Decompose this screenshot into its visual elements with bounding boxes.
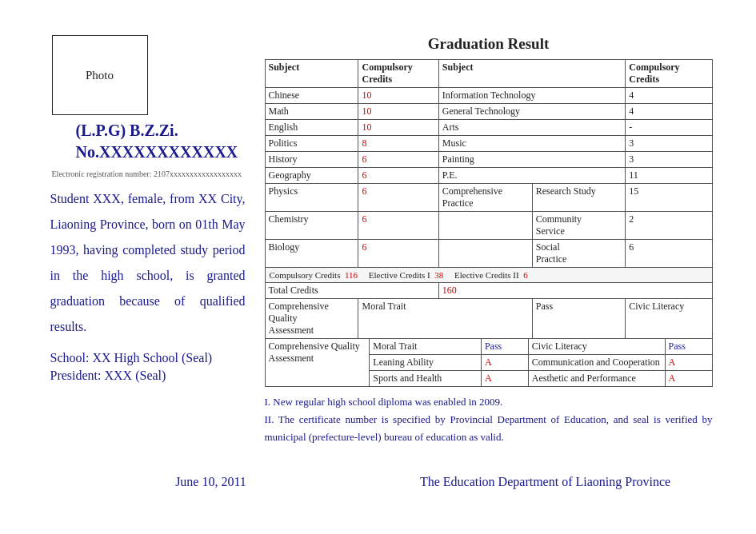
table-row: Chinese 10 Information Technology 4 bbox=[265, 88, 712, 104]
th-subject1: Subject bbox=[265, 60, 358, 88]
cell-subject: Chinese bbox=[265, 88, 358, 104]
number-label: No.XXXXXXXXXXXX bbox=[76, 143, 238, 161]
th-subject2: Subject bbox=[438, 60, 625, 88]
note-1: I. New regular high school diploma was e… bbox=[265, 393, 713, 411]
page: Photo (L.P.G) B.Z.Zi. No.XXXXXXXXXXXX El… bbox=[18, 16, 738, 508]
table-row: Chemistry 6 CommunityService 2 bbox=[265, 212, 712, 240]
right-panel: Graduation Result Subject CompulsoryCred… bbox=[265, 35, 713, 446]
photo-label: Photo bbox=[86, 69, 114, 82]
quality-table: Comprehensive Quality Assessment Moral T… bbox=[265, 338, 713, 387]
table-row: Physics 6 ComprehensivePractice Research… bbox=[265, 184, 712, 212]
lpg-label: (L.P.G) B.Z.Zi. bbox=[76, 122, 178, 140]
notes-section: I. New regular high school diploma was e… bbox=[265, 393, 713, 446]
left-panel: Photo (L.P.G) B.Z.Zi. No.XXXXXXXXXXXX El… bbox=[44, 35, 252, 446]
result-table: Subject CompulsoryCredits Subject Compul… bbox=[265, 59, 713, 339]
bottom-right: The Education Department of Liaoning Pro… bbox=[378, 470, 713, 489]
total-credits-row: Total Credits 160 bbox=[265, 283, 712, 299]
bottom-left: June 10, 2011 bbox=[44, 470, 378, 489]
dept-line: The Education Department of Liaoning Pro… bbox=[378, 475, 713, 489]
school-line: School: XX High School (Seal) bbox=[50, 351, 246, 365]
quality-header-row: Comprehensive Quality Assessment Moral T… bbox=[265, 339, 712, 355]
bottom-section: June 10, 2011 The Education Department o… bbox=[44, 470, 713, 489]
table-row: English 10 Arts - bbox=[265, 120, 712, 136]
table-row: Math 10 General Technology 4 bbox=[265, 104, 712, 120]
credits-summary-row: Compulsory Credits 116 Elective Credits … bbox=[265, 268, 712, 283]
table-row: Geography 6 P.E. 11 bbox=[265, 168, 712, 184]
graduation-title: Graduation Result bbox=[265, 35, 713, 53]
president-line: President: XXX (Seal) bbox=[50, 369, 246, 383]
reg-number: Electronic registration number: 2107xxxx… bbox=[52, 169, 242, 178]
quality-row-1: ComprehensiveQualityAssessment Moral Tra… bbox=[265, 299, 712, 339]
cell-subject2: Information Technology bbox=[438, 88, 625, 104]
cell-credit2: 4 bbox=[626, 88, 712, 104]
body-text: Student XXX, female, from XX City, Liaon… bbox=[44, 186, 252, 340]
th-credits1: CompulsoryCredits bbox=[358, 60, 438, 88]
table-row: History 6 Painting 3 bbox=[265, 152, 712, 168]
photo-box: Photo bbox=[52, 35, 148, 115]
date-line: June 10, 2011 bbox=[44, 475, 378, 489]
cell-credit: 10 bbox=[358, 88, 438, 104]
table-row: Politics 8 Music 3 bbox=[265, 136, 712, 152]
main-content: Photo (L.P.G) B.Z.Zi. No.XXXXXXXXXXXX El… bbox=[44, 35, 713, 446]
table-row: Biology 6 SocialPractice 6 bbox=[265, 240, 712, 268]
th-credits2: CompulsoryCredits bbox=[626, 60, 712, 88]
note-2: II. The certificate number is specified … bbox=[265, 411, 713, 446]
